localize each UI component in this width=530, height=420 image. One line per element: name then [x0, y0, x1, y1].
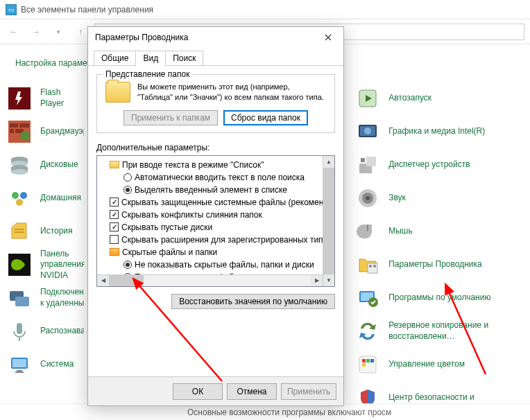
tab-view[interactable]: Вид	[135, 51, 166, 66]
svg-rect-33	[366, 157, 376, 166]
radio-icon[interactable]	[123, 261, 132, 269]
close-icon	[325, 34, 332, 41]
cp-item-homegroup[interactable]: Домашняя	[8, 182, 84, 215]
svg-rect-16	[15, 229, 24, 230]
ok-button[interactable]: ОК	[173, 383, 223, 400]
parent-title: Все элементы панели управления	[21, 5, 153, 15]
cancel-button[interactable]: Отмена	[227, 383, 277, 400]
tree-item[interactable]: Скрывать защищенные системные файлы (рек…	[99, 196, 333, 209]
tab-general[interactable]: Общие	[94, 51, 136, 65]
up-button[interactable]: ↑	[72, 24, 89, 40]
close-button[interactable]	[314, 28, 342, 47]
forward-button[interactable]: →	[28, 24, 44, 40]
cp-item-intel-graphics[interactable]: Графика и медиа Intel(R)	[357, 115, 522, 148]
explorer-options-dialog: Параметры Проводника Общие Вид Поиск Пре…	[87, 26, 344, 406]
cp-item-device-manager[interactable]: Диспетчер устройств	[357, 148, 522, 182]
control-panel-icon: ▭	[6, 4, 17, 15]
checkbox-icon[interactable]	[110, 198, 119, 207]
advanced-settings-tree[interactable]: При вводе текста в режиме "Список" Автом…	[96, 155, 335, 287]
svg-point-15	[16, 199, 23, 206]
groupbox-title: Представление папок	[103, 69, 192, 79]
cp-item-firewall[interactable]: Брандмауэр	[8, 115, 84, 148]
svg-rect-46	[362, 359, 366, 362]
tree-item[interactable]: Скрывать конфликты слияния папок	[99, 209, 333, 221]
tree-item[interactable]: Не показывать скрытые файлы, папки и дис…	[99, 259, 333, 271]
tree-item[interactable]: При вводе текста в режиме "Список"	[99, 159, 333, 171]
folder-icon	[110, 248, 119, 256]
svg-rect-3	[19, 123, 29, 128]
svg-rect-25	[17, 370, 22, 371]
cp-item-sound[interactable]: Звук	[357, 182, 522, 215]
groupbox-text: Вы можете применить этот вид (например, …	[137, 82, 326, 103]
svg-point-6	[20, 131, 30, 141]
scroll-thumb[interactable]	[323, 168, 334, 274]
reset-folders-button[interactable]: Сброс вида папок	[223, 110, 308, 125]
svg-rect-48	[370, 359, 374, 362]
cp-col-left: Flash Player Брандмауэр Дисковые Домашня…	[8, 82, 84, 414]
tree-item[interactable]: Выделять введенный элемент в списке	[99, 184, 333, 196]
dialog-title: Параметры Проводника	[95, 33, 188, 42]
restore-defaults-button[interactable]: Восстановить значения по умолчанию	[171, 294, 335, 309]
advanced-label: Дополнительные параметры:	[96, 143, 335, 152]
tree-item[interactable]: Скрывать пустые диски	[99, 221, 333, 234]
svg-point-12	[11, 169, 28, 175]
parent-titlebar: ▭ Все элементы панели управления	[0, 0, 530, 19]
vertical-scrollbar[interactable]: ▲ ▼	[323, 156, 334, 286]
tab-search[interactable]: Поиск	[165, 51, 203, 65]
svg-rect-47	[366, 359, 370, 362]
dialog-footer: ОК Отмена Применить	[88, 376, 343, 405]
checkbox-icon[interactable]	[110, 210, 119, 219]
cp-item-history[interactable]: История	[8, 215, 84, 248]
tree-item[interactable]: Скрытые файлы и папки	[99, 246, 333, 259]
scroll-left-icon[interactable]: ◀	[97, 275, 109, 286]
cp-item-explorer-options[interactable]: Параметры Проводника	[357, 248, 522, 281]
cp-item-speech[interactable]: Распознавание	[8, 315, 84, 348]
tab-strip: Общие Вид Поиск	[88, 48, 343, 66]
svg-point-41	[373, 265, 376, 268]
svg-rect-24	[12, 359, 26, 367]
folder-icon	[110, 161, 119, 168]
svg-rect-4	[10, 129, 14, 133]
cp-item-system[interactable]: Система	[8, 348, 84, 381]
checkbox-icon[interactable]	[110, 235, 119, 244]
tree-item[interactable]: Скрывать расширения для зарегистрированн…	[99, 234, 333, 246]
svg-rect-26	[15, 371, 24, 373]
svg-rect-2	[10, 123, 18, 128]
apply-to-folders-button[interactable]: Применить к папкам	[123, 110, 218, 125]
checkbox-icon[interactable]	[110, 222, 119, 231]
svg-point-14	[20, 192, 27, 199]
cp-item-backup[interactable]: Резервное копирование и восстановлени…	[357, 315, 522, 348]
cp-item-mouse[interactable]: Мышь	[357, 215, 522, 248]
svg-rect-22	[19, 337, 20, 341]
svg-rect-45	[359, 356, 376, 373]
horizontal-scrollbar[interactable]: ◀ ▶	[97, 274, 323, 286]
svg-rect-17	[15, 231, 24, 233]
cp-item-color-mgmt[interactable]: Управление цветом	[357, 348, 522, 381]
cp-item-nvidia[interactable]: Панель управления NVIDIA	[8, 248, 84, 281]
cp-item-autoplay[interactable]: Автозапуск	[357, 82, 522, 115]
dialog-titlebar[interactable]: Параметры Проводника	[88, 27, 343, 48]
scroll-thumb[interactable]	[109, 275, 144, 286]
svg-rect-20	[15, 297, 29, 306]
recent-dropdown[interactable]: ▾	[50, 24, 67, 40]
cp-item-storage[interactable]: Дисковые	[8, 148, 84, 182]
radio-icon[interactable]	[123, 173, 132, 182]
tree-item[interactable]: Автоматически вводить текст в поле поиск…	[99, 171, 333, 184]
back-button[interactable]: ←	[6, 24, 22, 40]
svg-rect-21	[17, 323, 22, 334]
svg-rect-34	[361, 158, 365, 162]
cp-item-remote[interactable]: Подключения к удаленным	[8, 281, 84, 315]
apply-button[interactable]: Применить	[281, 383, 336, 400]
radio-icon[interactable]	[123, 186, 132, 194]
folder-icon	[105, 82, 130, 103]
scroll-up-icon[interactable]: ▲	[323, 156, 334, 168]
svg-rect-39	[368, 263, 377, 273]
status-text: Основные возможности программы включают …	[187, 408, 391, 417]
scroll-down-icon[interactable]: ▼	[323, 274, 334, 286]
scroll-right-icon[interactable]: ▶	[311, 275, 323, 286]
svg-point-13	[12, 192, 19, 199]
svg-rect-49	[362, 363, 366, 367]
cp-item-default-programs[interactable]: Программы по умолчанию	[357, 281, 522, 315]
cp-item-flash[interactable]: Flash Player	[8, 82, 84, 115]
svg-point-40	[369, 265, 372, 268]
